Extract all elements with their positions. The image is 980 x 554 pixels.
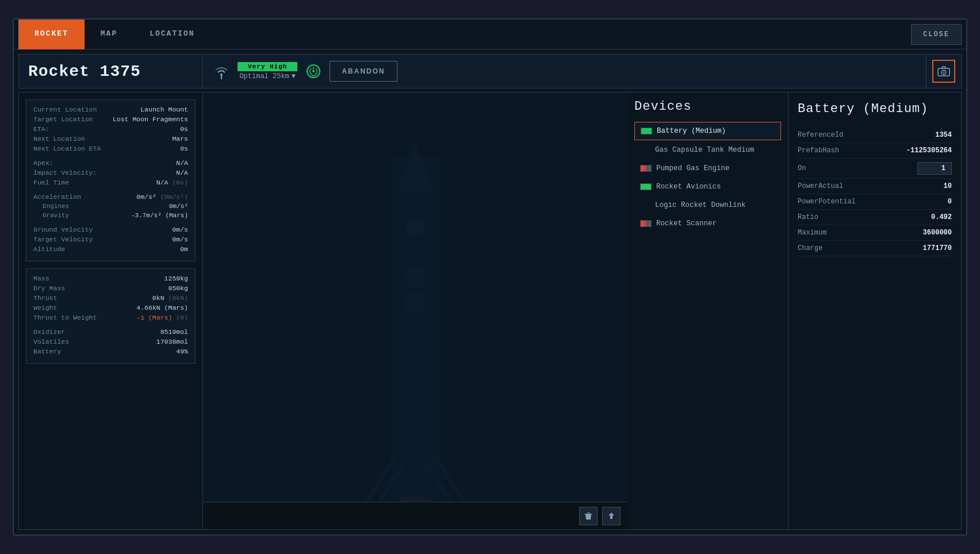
weight-value: 4.66kN (Mars) — [136, 304, 188, 311]
impact-velocity-value: N/A — [176, 169, 188, 176]
tab-location[interactable]: LOCATION — [133, 20, 210, 49]
location-info-box: Current Location Launch Mount Target Loc… — [26, 99, 196, 261]
detail-field-value: 1771770 — [923, 244, 952, 252]
gravity-value: -3.7m/s² (Mars) — [131, 212, 188, 219]
gravity-label: Gravity — [43, 212, 69, 219]
distance-select[interactable]: Optimal 25km ▼ — [239, 72, 296, 80]
oxidizer-label: Oxidizer — [33, 328, 65, 336]
device-item[interactable]: Gas Capsule Tank Medium — [634, 141, 781, 159]
detail-field-value: 1354 — [935, 131, 952, 139]
center-panel — [203, 93, 627, 529]
fuel-time-label: Fuel Time — [33, 179, 69, 186]
apex-value: N/A — [176, 159, 188, 167]
device-indicator — [641, 128, 652, 134]
camera-icon-button[interactable] — [932, 60, 955, 83]
detail-row: Ratio0.492 — [798, 210, 952, 225]
dry-mass-label: Dry Mass — [33, 284, 65, 292]
detail-field-value: 10 — [944, 182, 952, 190]
device-item[interactable]: Logic Rocket Downlink — [634, 197, 781, 214]
apex-label: Apex: — [33, 159, 53, 167]
detail-field-label: PowerPotential — [798, 198, 856, 206]
quality-badge: Very High — [238, 62, 297, 71]
detail-row: Maximum3600000 — [798, 225, 952, 241]
main-window: ROCKET MAP LOCATION CLOSE Rocket 1375 — [13, 18, 967, 536]
next-location-value: Mars — [172, 135, 188, 143]
thrust-weight-value: -1 (Mars) (0) — [136, 314, 188, 321]
svg-rect-7 — [391, 155, 441, 498]
left-panel: Current Location Launch Mount Target Loc… — [19, 93, 203, 529]
chevron-down-icon: ▼ — [292, 72, 296, 80]
svg-rect-9 — [406, 267, 425, 286]
engines-label: Engines — [43, 203, 69, 210]
devices-title: Devices — [634, 99, 781, 114]
svg-point-0 — [220, 74, 223, 76]
mass-info-box: Mass 1259kg Dry Mass 850kg Thrust 0kN (0… — [26, 268, 196, 364]
fuel-time-value: N/A (0s) — [156, 179, 188, 186]
detail-field-value: -1125305264 — [906, 147, 952, 155]
detail-row: PowerPotential0 — [798, 194, 952, 210]
header-right — [927, 55, 961, 88]
devices-panel: Devices Battery (Medium)Gas Capsule Tank… — [627, 93, 788, 529]
svg-rect-10 — [406, 292, 425, 311]
tab-map[interactable]: MAP — [85, 20, 133, 49]
weight-label: Weight — [33, 304, 57, 311]
tab-rocket[interactable]: ROCKET — [18, 20, 85, 49]
device-name: Rocket Scanner — [656, 220, 717, 228]
devices-list: Battery (Medium)Gas Capsule Tank MediumP… — [634, 122, 781, 232]
oxidizer-value: 8519mol — [160, 328, 188, 336]
ground-velocity-value: 0m/s — [172, 226, 188, 233]
battery-label: Battery — [33, 348, 61, 355]
upload-button[interactable] — [602, 507, 621, 525]
abandon-button[interactable]: ABANDON — [330, 61, 397, 82]
device-name: Pumped Gas Engine — [656, 164, 730, 172]
detail-field-label: On — [798, 164, 806, 172]
rocket-title: Rocket 1375 — [28, 63, 141, 80]
target-location-value: Lost Moon Fragments — [113, 116, 188, 123]
detail-field-value: 3600000 — [923, 229, 952, 237]
content-area: Rocket 1375 Very High Optimal 25km ▼ — [14, 49, 966, 534]
eta-label: ETA: — [33, 125, 49, 133]
detail-row: Charge1771770 — [798, 241, 952, 256]
svg-rect-8 — [406, 217, 425, 236]
header-middle: Very High Optimal 25km ▼ ABANDON — [203, 55, 927, 88]
device-item[interactable]: Rocket Avionics — [634, 178, 781, 195]
bottom-controls — [203, 502, 627, 529]
svg-point-3 — [312, 70, 315, 72]
detail-row: PrefabHash-1125305264 — [798, 143, 952, 159]
detail-field-label: Maximum — [798, 229, 826, 237]
detail-fields: ReferenceId1354PrefabHash-1125305264On1P… — [798, 128, 952, 256]
altitude-label: Altitude — [33, 245, 65, 253]
device-indicator — [640, 220, 652, 227]
distance-label: Optimal 25km — [239, 72, 289, 80]
device-indicator — [640, 183, 652, 190]
detail-title: Battery (Medium) — [798, 102, 952, 116]
current-location-label: Current Location — [33, 106, 97, 113]
device-name: Logic Rocket Downlink — [655, 201, 746, 209]
main-body: Current Location Launch Mount Target Loc… — [18, 92, 962, 530]
ground-velocity-label: Ground Velocity — [33, 226, 93, 233]
device-item[interactable]: Pumped Gas Engine — [634, 160, 781, 177]
close-button[interactable]: CLOSE — [911, 24, 962, 45]
detail-row: On1 — [798, 159, 952, 179]
target-location-label: Target Location — [33, 116, 93, 123]
thrust-weight-label: Thrust to Weight — [33, 314, 97, 321]
detail-field-value: 1 — [917, 162, 952, 175]
detail-field-value: 0.492 — [931, 213, 952, 221]
detail-panel: Battery (Medium) ReferenceId1354PrefabHa… — [788, 93, 961, 529]
detail-field-label: PrefabHash — [798, 147, 839, 155]
detail-field-value: 0 — [948, 198, 952, 206]
device-indicator — [640, 165, 652, 172]
mass-label: Mass — [33, 275, 49, 282]
detail-row: ReferenceId1354 — [798, 128, 952, 143]
device-name: Battery (Medium) — [657, 127, 726, 135]
delete-button[interactable] — [579, 507, 598, 525]
impact-velocity-label: Impact Velocity: — [33, 169, 97, 176]
device-item[interactable]: Rocket Scanner — [634, 215, 781, 232]
acceleration-label: Acceleration — [33, 193, 81, 201]
current-location-value: Launch Mount — [140, 106, 188, 113]
device-name: Rocket Avionics — [656, 183, 721, 191]
next-location-label: Next Location — [33, 135, 85, 143]
device-item[interactable]: Battery (Medium) — [634, 122, 781, 140]
volatiles-value: 17038mol — [156, 338, 188, 345]
detail-field-label: PowerActual — [798, 182, 843, 190]
